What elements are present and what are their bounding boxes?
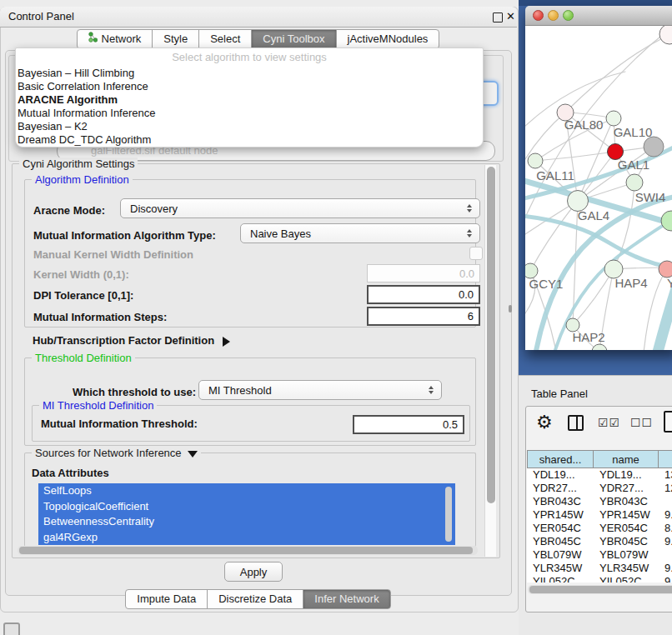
tab-label: Network: [102, 30, 142, 48]
control-panel-tab-bar: NetworkStyleSelectCyni ToolboxjActiveMNo…: [0, 29, 517, 49]
table-row[interactable]: YIL052CYIL052C9: [527, 575, 672, 582]
float-window-icon[interactable]: [493, 12, 503, 22]
mi-algorithm-type-label: Mutual Information Algorithm Type:: [33, 227, 216, 245]
tab-impute-data[interactable]: Impute Data: [125, 589, 208, 609]
settings-vertical-scrollbar[interactable]: [484, 165, 496, 557]
network-node[interactable]: [659, 26, 672, 44]
kernel-width-field[interactable]: 0.0: [367, 264, 480, 282]
network-node-gal10[interactable]: [606, 111, 621, 126]
table-row[interactable]: YPR145WYPR145W9.: [527, 508, 672, 522]
table-row[interactable]: YBR045CYBR045C9.: [527, 535, 672, 548]
table-cell: YBL079W: [594, 548, 659, 562]
attribute-item-gal4rgexp[interactable]: gal4RGexp: [38, 530, 455, 546]
network-node-y[interactable]: [659, 261, 672, 278]
network-node[interactable]: [644, 137, 664, 157]
node-label: GAL80: [564, 118, 604, 132]
node-label: GAL4: [578, 208, 609, 222]
node-label: GCY1: [529, 277, 564, 291]
select-all-checkboxes-icon[interactable]: ☑☑: [598, 416, 620, 429]
new-table-icon[interactable]: [664, 411, 672, 432]
network-edge: [657, 286, 672, 350]
triangle-right-icon[interactable]: [223, 337, 235, 347]
deselect-all-checkboxes-icon[interactable]: ☐☐: [630, 416, 653, 429]
dpi-tolerance-label: DPI Tolerance [0,1]:: [33, 289, 133, 302]
screen: { "colors": { "desktop_blue": "#3D63A0",…: [0, 0, 672, 635]
threshold-definition-group: Threshold Definition Which threshold to …: [24, 358, 476, 446]
algorithm-option-dream8-dc-tdc-algorithm[interactable]: Dream8 DC_TDC Algorithm: [16, 133, 483, 147]
table-row[interactable]: YDL19...YDL19...13: [527, 468, 672, 482]
table-cell: 13: [659, 468, 672, 482]
table-row[interactable]: YBL079WYBL079W: [527, 548, 672, 562]
column-header-name[interactable]: name: [594, 450, 659, 468]
minimized-panel-icon[interactable]: [3, 622, 20, 635]
algorithm-option-bayesian-k2[interactable]: Bayesian – K2: [16, 120, 483, 133]
tab-jactivemnodules[interactable]: jActiveMNodules: [336, 29, 440, 49]
table-cell: YLR345W: [594, 562, 659, 575]
attribute-item-selfloops[interactable]: SelfLoops: [38, 483, 455, 499]
table-cell: YBR045C: [594, 535, 659, 548]
apply-button[interactable]: Apply: [224, 562, 283, 582]
tab-discretize-data[interactable]: Discretize Data: [207, 589, 303, 609]
mi-steps-field[interactable]: 6: [367, 307, 480, 326]
mac-minimize-icon[interactable]: [548, 10, 559, 21]
mi-threshold-group: MI Threshold Definition Mutual Informati…: [32, 405, 470, 442]
table-row[interactable]: YDR27...YDR27...12: [527, 482, 672, 495]
triangle-down-icon[interactable]: [188, 451, 198, 462]
network-graph: GAL80GAL10GAL1GAL11SWI4GAL4GCY1HAP4YHAP2: [525, 26, 672, 350]
algorithm-definition-title: Algorithm Definition: [32, 173, 133, 186]
tab-network[interactable]: Network: [77, 29, 153, 49]
network-node[interactable]: [592, 344, 607, 350]
control-panel-title: Control Panel: [8, 7, 74, 27]
table-horizontal-scrollbar[interactable]: [528, 585, 672, 594]
table-cell: YDL19...: [527, 468, 594, 482]
control-panel-titlebar: Control Panel ✕: [0, 7, 517, 28]
algorithm-definition-group: Algorithm Definition Aracne Mode: Discov…: [24, 179, 476, 328]
algorithm-option-mutual-information-inference[interactable]: Mutual Information Inference: [16, 107, 483, 120]
mi-threshold-field[interactable]: 0.5: [353, 415, 464, 434]
table-cell: [659, 548, 672, 562]
node-label: HAP2: [572, 330, 604, 344]
column-header-shared[interactable]: shared...: [527, 450, 594, 468]
settings-horizontal-scrollbar[interactable]: [18, 546, 478, 555]
stepper-icon: [464, 202, 475, 215]
mac-close-icon[interactable]: [533, 10, 544, 21]
tab-cyni-toolbox[interactable]: Cyni Toolbox: [251, 29, 336, 49]
manual-kernel-checkbox[interactable]: [469, 247, 483, 260]
split-columns-icon[interactable]: [568, 415, 584, 431]
algorithm-option-bayesian-hill-climbing[interactable]: Bayesian – Hill Climbing: [16, 67, 483, 80]
which-threshold-value: MI Threshold: [199, 384, 425, 397]
tab-infer-network[interactable]: Infer Network: [303, 589, 390, 609]
settings-gear-icon[interactable]: ⚙: [536, 412, 553, 433]
network-node[interactable]: [661, 211, 672, 231]
table-row[interactable]: YBR043CYBR043C: [527, 495, 672, 508]
node-label: HAP4: [614, 276, 647, 290]
column-header-partial[interactable]: [659, 450, 672, 468]
tab-style[interactable]: Style: [152, 29, 199, 49]
algorithm-option-basic-correlation-inference[interactable]: Basic Correlation Inference: [16, 80, 483, 93]
tab-select[interactable]: Select: [198, 29, 252, 49]
table-row[interactable]: YLR345WYLR345W9.: [527, 562, 672, 575]
aracne-mode-combobox[interactable]: Discovery: [120, 198, 480, 218]
network-node-gal11[interactable]: [528, 153, 543, 168]
dpi-tolerance-field[interactable]: 0.0: [367, 285, 480, 304]
bottom-tab-bar: Impute DataDiscretize DataInfer Network: [0, 589, 517, 609]
table-cell: YDR27...: [594, 482, 659, 495]
mi-algorithm-type-combobox[interactable]: Naive Bayes: [240, 223, 480, 243]
table-row[interactable]: YER054CYER054C8.: [527, 522, 672, 535]
attribute-item-topologicalcoefficient[interactable]: TopologicalCoefficient: [38, 499, 455, 515]
settings-group-title: Cyni Algorithm Settings: [19, 158, 138, 170]
which-threshold-combobox[interactable]: MI Threshold: [198, 380, 442, 400]
close-icon[interactable]: ✕: [506, 8, 515, 25]
network-node-swi4[interactable]: [626, 174, 643, 191]
network-canvas[interactable]: GAL80GAL10GAL1GAL11SWI4GAL4GCY1HAP4YHAP2: [525, 26, 672, 350]
attributes-list-scrollbar[interactable]: [445, 487, 452, 542]
split-pane-grip[interactable]: [509, 305, 512, 312]
algorithm-option-aracne-algorithm[interactable]: ARACNE Algorithm: [16, 93, 483, 107]
attribute-item-betweennesscentrality[interactable]: BetweennessCentrality: [38, 514, 455, 530]
mi-algorithm-type-value: Naive Bayes: [241, 228, 464, 240]
table-panel-title: Table Panel: [531, 388, 588, 400]
table-cell: YIL052C: [594, 575, 659, 582]
table-cell: YBR043C: [594, 495, 659, 508]
mi-threshold-label: Mutual Information Threshold:: [41, 418, 198, 430]
mac-zoom-icon[interactable]: [563, 10, 574, 21]
